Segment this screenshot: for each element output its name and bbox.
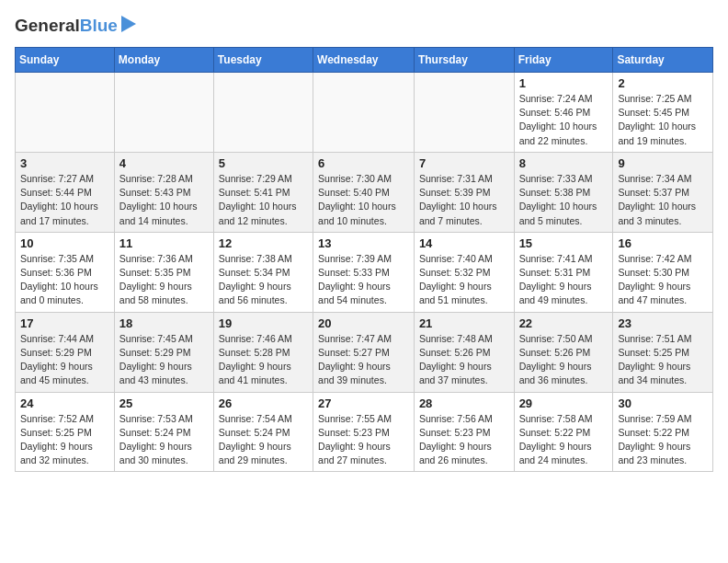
- day-number: 11: [119, 236, 209, 250]
- weekday-header-row: SundayMondayTuesdayWednesdayThursdayFrid…: [16, 48, 713, 73]
- day-cell: [16, 73, 115, 153]
- day-cell: 18Sunrise: 7:45 AM Sunset: 5:29 PM Dayli…: [114, 312, 213, 392]
- day-number: 19: [219, 316, 308, 330]
- day-info: Sunrise: 7:54 AM Sunset: 5:24 PM Dayligh…: [219, 412, 308, 468]
- day-cell: [414, 73, 514, 153]
- day-info: Sunrise: 7:42 AM Sunset: 5:30 PM Dayligh…: [618, 252, 708, 308]
- day-number: 9: [618, 156, 708, 170]
- week-row-2: 3Sunrise: 7:27 AM Sunset: 5:44 PM Daylig…: [16, 152, 713, 232]
- day-number: 10: [20, 236, 109, 250]
- day-info: Sunrise: 7:58 AM Sunset: 5:22 PM Dayligh…: [519, 412, 609, 468]
- day-number: 6: [318, 156, 409, 170]
- day-number: 2: [618, 76, 708, 90]
- day-info: Sunrise: 7:45 AM Sunset: 5:29 PM Dayligh…: [119, 332, 209, 388]
- day-number: 22: [519, 316, 609, 330]
- day-info: Sunrise: 7:38 AM Sunset: 5:34 PM Dayligh…: [219, 252, 308, 308]
- day-cell: 24Sunrise: 7:52 AM Sunset: 5:25 PM Dayli…: [16, 392, 115, 472]
- day-number: 28: [419, 396, 509, 410]
- day-number: 3: [20, 156, 109, 170]
- week-row-1: 1Sunrise: 7:24 AM Sunset: 5:46 PM Daylig…: [16, 73, 713, 153]
- day-cell: 30Sunrise: 7:59 AM Sunset: 5:22 PM Dayli…: [613, 392, 713, 472]
- weekday-header-thursday: Thursday: [414, 48, 514, 73]
- day-info: Sunrise: 7:24 AM Sunset: 5:46 PM Dayligh…: [519, 92, 609, 148]
- day-number: 12: [219, 236, 308, 250]
- weekday-header-tuesday: Tuesday: [213, 48, 313, 73]
- week-row-3: 10Sunrise: 7:35 AM Sunset: 5:36 PM Dayli…: [16, 232, 713, 312]
- day-cell: 19Sunrise: 7:46 AM Sunset: 5:28 PM Dayli…: [213, 312, 313, 392]
- day-number: 13: [318, 236, 409, 250]
- day-info: Sunrise: 7:30 AM Sunset: 5:40 PM Dayligh…: [318, 172, 409, 228]
- calendar-table: SundayMondayTuesdayWednesdayThursdayFrid…: [15, 47, 713, 472]
- weekday-header-sunday: Sunday: [16, 48, 115, 73]
- day-number: 21: [419, 316, 509, 330]
- day-number: 16: [618, 236, 708, 250]
- day-info: Sunrise: 7:50 AM Sunset: 5:26 PM Dayligh…: [519, 332, 609, 388]
- day-cell: 6Sunrise: 7:30 AM Sunset: 5:40 PM Daylig…: [313, 152, 415, 232]
- day-cell: 25Sunrise: 7:53 AM Sunset: 5:24 PM Dayli…: [114, 392, 213, 472]
- day-cell: 27Sunrise: 7:55 AM Sunset: 5:23 PM Dayli…: [313, 392, 415, 472]
- day-cell: 29Sunrise: 7:58 AM Sunset: 5:22 PM Dayli…: [514, 392, 613, 472]
- day-info: Sunrise: 7:59 AM Sunset: 5:22 PM Dayligh…: [618, 412, 708, 468]
- day-number: 30: [618, 396, 708, 410]
- day-cell: 16Sunrise: 7:42 AM Sunset: 5:30 PM Dayli…: [613, 232, 713, 312]
- day-cell: 13Sunrise: 7:39 AM Sunset: 5:33 PM Dayli…: [313, 232, 415, 312]
- day-info: Sunrise: 7:33 AM Sunset: 5:38 PM Dayligh…: [519, 172, 609, 228]
- day-cell: 21Sunrise: 7:48 AM Sunset: 5:26 PM Dayli…: [414, 312, 514, 392]
- day-info: Sunrise: 7:28 AM Sunset: 5:43 PM Dayligh…: [119, 172, 209, 228]
- svg-marker-0: [121, 16, 136, 32]
- day-info: Sunrise: 7:27 AM Sunset: 5:44 PM Dayligh…: [20, 172, 109, 228]
- day-cell: 1Sunrise: 7:24 AM Sunset: 5:46 PM Daylig…: [514, 73, 613, 153]
- day-cell: 17Sunrise: 7:44 AM Sunset: 5:29 PM Dayli…: [16, 312, 115, 392]
- day-info: Sunrise: 7:25 AM Sunset: 5:45 PM Dayligh…: [618, 92, 708, 148]
- logo-arrow-icon: [121, 16, 136, 36]
- day-cell: 22Sunrise: 7:50 AM Sunset: 5:26 PM Dayli…: [514, 312, 613, 392]
- day-number: 25: [119, 396, 209, 410]
- day-number: 14: [419, 236, 509, 250]
- day-number: 23: [618, 316, 708, 330]
- day-cell: 4Sunrise: 7:28 AM Sunset: 5:43 PM Daylig…: [114, 152, 213, 232]
- weekday-header-friday: Friday: [514, 48, 613, 73]
- day-cell: [313, 73, 415, 153]
- day-info: Sunrise: 7:34 AM Sunset: 5:37 PM Dayligh…: [618, 172, 708, 228]
- day-cell: 20Sunrise: 7:47 AM Sunset: 5:27 PM Dayli…: [313, 312, 415, 392]
- logo-blue: Blue: [80, 16, 118, 35]
- day-number: 17: [20, 316, 109, 330]
- day-number: 20: [318, 316, 409, 330]
- weekday-header-monday: Monday: [114, 48, 213, 73]
- day-cell: 5Sunrise: 7:29 AM Sunset: 5:41 PM Daylig…: [213, 152, 313, 232]
- day-number: 26: [219, 396, 308, 410]
- day-info: Sunrise: 7:56 AM Sunset: 5:23 PM Dayligh…: [419, 412, 509, 468]
- day-info: Sunrise: 7:55 AM Sunset: 5:23 PM Dayligh…: [318, 412, 409, 468]
- week-row-5: 24Sunrise: 7:52 AM Sunset: 5:25 PM Dayli…: [16, 392, 713, 472]
- week-row-4: 17Sunrise: 7:44 AM Sunset: 5:29 PM Dayli…: [16, 312, 713, 392]
- logo: GeneralBlue: [15, 15, 136, 36]
- day-cell: 11Sunrise: 7:36 AM Sunset: 5:35 PM Dayli…: [114, 232, 213, 312]
- day-info: Sunrise: 7:40 AM Sunset: 5:32 PM Dayligh…: [419, 252, 509, 308]
- day-info: Sunrise: 7:39 AM Sunset: 5:33 PM Dayligh…: [318, 252, 409, 308]
- day-cell: 26Sunrise: 7:54 AM Sunset: 5:24 PM Dayli…: [213, 392, 313, 472]
- day-info: Sunrise: 7:35 AM Sunset: 5:36 PM Dayligh…: [20, 252, 109, 308]
- day-cell: 7Sunrise: 7:31 AM Sunset: 5:39 PM Daylig…: [414, 152, 514, 232]
- day-cell: 23Sunrise: 7:51 AM Sunset: 5:25 PM Dayli…: [613, 312, 713, 392]
- day-cell: 3Sunrise: 7:27 AM Sunset: 5:44 PM Daylig…: [16, 152, 115, 232]
- day-info: Sunrise: 7:44 AM Sunset: 5:29 PM Dayligh…: [20, 332, 109, 388]
- day-number: 8: [519, 156, 609, 170]
- day-number: 29: [519, 396, 609, 410]
- day-number: 1: [519, 76, 609, 90]
- weekday-header-wednesday: Wednesday: [313, 48, 415, 73]
- day-cell: [213, 73, 313, 153]
- day-info: Sunrise: 7:53 AM Sunset: 5:24 PM Dayligh…: [119, 412, 209, 468]
- day-cell: 8Sunrise: 7:33 AM Sunset: 5:38 PM Daylig…: [514, 152, 613, 232]
- day-info: Sunrise: 7:46 AM Sunset: 5:28 PM Dayligh…: [219, 332, 308, 388]
- day-cell: 12Sunrise: 7:38 AM Sunset: 5:34 PM Dayli…: [213, 232, 313, 312]
- day-number: 7: [419, 156, 509, 170]
- day-cell: 9Sunrise: 7:34 AM Sunset: 5:37 PM Daylig…: [613, 152, 713, 232]
- day-info: Sunrise: 7:31 AM Sunset: 5:39 PM Dayligh…: [419, 172, 509, 228]
- day-info: Sunrise: 7:52 AM Sunset: 5:25 PM Dayligh…: [20, 412, 109, 468]
- day-info: Sunrise: 7:48 AM Sunset: 5:26 PM Dayligh…: [419, 332, 509, 388]
- day-number: 24: [20, 396, 109, 410]
- day-cell: [114, 73, 213, 153]
- day-cell: 2Sunrise: 7:25 AM Sunset: 5:45 PM Daylig…: [613, 73, 713, 153]
- day-cell: 14Sunrise: 7:40 AM Sunset: 5:32 PM Dayli…: [414, 232, 514, 312]
- day-info: Sunrise: 7:47 AM Sunset: 5:27 PM Dayligh…: [318, 332, 409, 388]
